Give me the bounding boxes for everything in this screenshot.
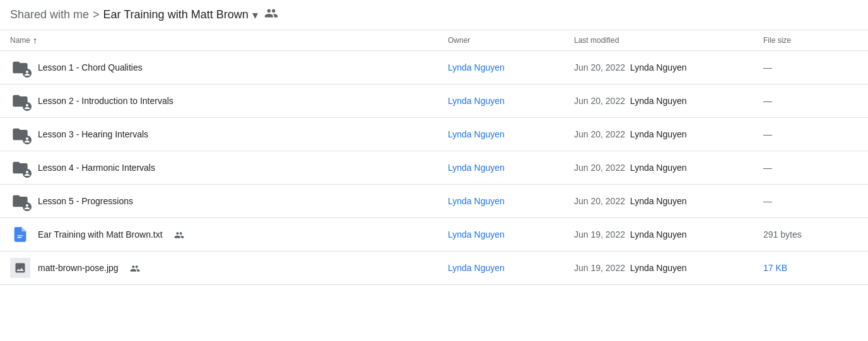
modifier-name: Lynda Nguyen bbox=[628, 96, 687, 106]
modifier-name: Lynda Nguyen bbox=[628, 229, 687, 240]
owner-cell: Lynda Nguyen bbox=[448, 229, 574, 240]
file-list: Lesson 1 - Chord Qualities Lynda Nguyen … bbox=[0, 51, 868, 285]
folder-icon bbox=[10, 91, 30, 111]
folder-shared-badge bbox=[23, 102, 32, 111]
owner-cell: Lynda Nguyen bbox=[448, 96, 574, 106]
document-icon bbox=[10, 224, 30, 245]
table-row[interactable]: Ear Training with Matt Brown.txt Lynda N… bbox=[0, 218, 868, 251]
table-header: Name ↑ Owner Last modified File size bbox=[0, 30, 868, 51]
file-name-cell: matt-brown-pose.jpg bbox=[10, 258, 448, 278]
modified-cell: Jun 20, 2022 Lynda Nguyen bbox=[574, 163, 763, 173]
sort-ascending-icon: ↑ bbox=[33, 35, 37, 45]
modified-cell: Jun 19, 2022 Lynda Nguyen bbox=[574, 263, 763, 273]
file-name-text: Lesson 1 - Chord Qualities bbox=[38, 62, 143, 72]
file-name-text: Lesson 4 - Harmonic Intervals bbox=[38, 163, 155, 173]
size-cell: — bbox=[763, 96, 858, 106]
owner-cell: Lynda Nguyen bbox=[448, 263, 574, 273]
size-cell: — bbox=[763, 163, 858, 173]
modifier-name: Lynda Nguyen bbox=[628, 62, 687, 72]
folder-shared-badge bbox=[23, 169, 32, 178]
file-name-cell: Lesson 2 - Introduction to Intervals bbox=[10, 91, 448, 111]
file-name-cell: Ear Training with Matt Brown.txt bbox=[10, 224, 448, 245]
size-cell: — bbox=[763, 62, 858, 72]
modifier-name: Lynda Nguyen bbox=[628, 196, 687, 206]
file-name-cell: Lesson 1 - Chord Qualities bbox=[10, 57, 448, 78]
file-name-text: Ear Training with Matt Brown.txt bbox=[38, 229, 163, 240]
modifier-name: Lynda Nguyen bbox=[628, 129, 687, 139]
name-header-label: Name bbox=[10, 36, 30, 45]
col-owner-header: Owner bbox=[448, 36, 574, 45]
modified-cell: Jun 19, 2022 Lynda Nguyen bbox=[574, 229, 763, 240]
file-name-text: Lesson 2 - Introduction to Intervals bbox=[38, 96, 173, 106]
folder-shared-badge bbox=[23, 202, 32, 211]
owner-cell: Lynda Nguyen bbox=[448, 62, 574, 72]
modified-cell: Jun 20, 2022 Lynda Nguyen bbox=[574, 196, 763, 206]
owner-cell: Lynda Nguyen bbox=[448, 196, 574, 206]
modified-cell: Jun 20, 2022 Lynda Nguyen bbox=[574, 129, 763, 139]
file-name-text: Lesson 5 - Progressions bbox=[38, 196, 133, 206]
folder-shared-badge bbox=[23, 69, 32, 78]
size-cell: 17 KB bbox=[763, 263, 858, 273]
size-cell: 291 bytes bbox=[763, 229, 858, 240]
modifier-name: Lynda Nguyen bbox=[628, 163, 687, 173]
shared-people-icon bbox=[130, 262, 140, 274]
folder-icon bbox=[10, 57, 30, 78]
table-row[interactable]: Lesson 2 - Introduction to Intervals Lyn… bbox=[0, 84, 868, 118]
table-row[interactable]: Lesson 3 - Hearing Intervals Lynda Nguye… bbox=[0, 118, 868, 151]
svg-rect-0 bbox=[17, 235, 23, 236]
size-cell: — bbox=[763, 196, 858, 206]
folder-dropdown-chevron[interactable]: ▾ bbox=[252, 8, 258, 22]
modified-cell: Jun 20, 2022 Lynda Nguyen bbox=[574, 62, 763, 72]
file-name-text: matt-brown-pose.jpg bbox=[38, 263, 119, 273]
modified-cell: Jun 20, 2022 Lynda Nguyen bbox=[574, 96, 763, 106]
shared-with-me-link[interactable]: Shared with me bbox=[10, 8, 89, 21]
svg-rect-1 bbox=[17, 237, 21, 238]
current-folder-name: Ear Training with Matt Brown bbox=[103, 8, 249, 21]
col-size-header: File size bbox=[763, 36, 858, 45]
breadcrumb: Shared with me > Ear Training with Matt … bbox=[0, 0, 868, 30]
folder-icon bbox=[10, 124, 30, 144]
breadcrumb-current-folder: Ear Training with Matt Brown ▾ bbox=[103, 8, 258, 22]
owner-cell: Lynda Nguyen bbox=[448, 129, 574, 139]
folder-icon bbox=[10, 158, 30, 178]
table-row[interactable]: Lesson 1 - Chord Qualities Lynda Nguyen … bbox=[0, 51, 868, 84]
file-name-cell: Lesson 3 - Hearing Intervals bbox=[10, 124, 448, 144]
table-row[interactable]: Lesson 4 - Harmonic Intervals Lynda Nguy… bbox=[0, 151, 868, 185]
col-name-header[interactable]: Name ↑ bbox=[10, 35, 448, 45]
breadcrumb-separator: > bbox=[93, 8, 100, 21]
people-icon[interactable] bbox=[264, 6, 278, 23]
file-name-cell: Lesson 4 - Harmonic Intervals bbox=[10, 158, 448, 178]
image-thumbnail bbox=[10, 258, 30, 278]
modifier-name: Lynda Nguyen bbox=[628, 263, 687, 273]
table-row[interactable]: matt-brown-pose.jpg Lynda Nguyen Jun 19,… bbox=[0, 251, 868, 285]
owner-cell: Lynda Nguyen bbox=[448, 163, 574, 173]
table-row[interactable]: Lesson 5 - Progressions Lynda Nguyen Jun… bbox=[0, 185, 868, 218]
file-name-text: Lesson 3 - Hearing Intervals bbox=[38, 129, 148, 139]
file-name-cell: Lesson 5 - Progressions bbox=[10, 191, 448, 211]
folder-icon bbox=[10, 191, 30, 211]
folder-shared-badge bbox=[23, 136, 32, 144]
col-modified-header: Last modified bbox=[574, 36, 763, 45]
shared-people-icon bbox=[174, 229, 184, 240]
size-cell: — bbox=[763, 129, 858, 139]
